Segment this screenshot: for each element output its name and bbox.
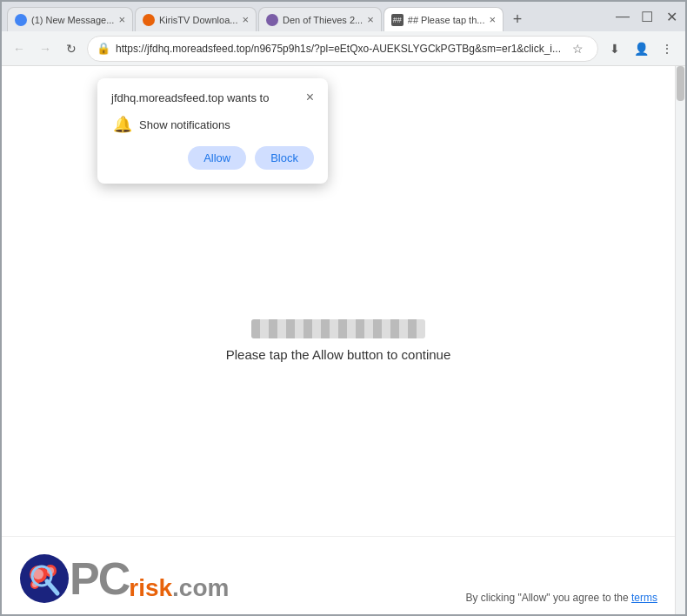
- tab-3-close[interactable]: ×: [367, 13, 374, 26]
- nav-bar: ← → ↻ 🔒 https://jfdhq.moreadsfeed.top/n9…: [2, 31, 685, 66]
- tab-1-close[interactable]: ×: [118, 13, 125, 26]
- tab-1-favicon: [15, 14, 27, 26]
- allow-button[interactable]: Allow: [188, 146, 246, 170]
- popup-title: jfdhq.moreadsfeed.top wants to: [111, 91, 269, 104]
- forward-button[interactable]: →: [35, 37, 56, 61]
- block-button[interactable]: Block: [255, 146, 314, 170]
- tab-4-title: ## Please tap th...: [408, 15, 485, 25]
- notification-popup: jfdhq.moreadsfeed.top wants to × 🔔 Show …: [97, 78, 328, 184]
- footer-terms: By clicking "Allow" you agree to the ter…: [465, 592, 657, 604]
- logo-risk-text: risk: [129, 576, 172, 600]
- address-text: https://jfdhq.moreadsfeed.top/n9675p9h1s…: [116, 43, 561, 55]
- scrollbar-thumb[interactable]: [677, 66, 684, 101]
- title-bar: (1) New Message... × KirisTV Downloa... …: [2, 2, 685, 31]
- maximize-button[interactable]: ☐: [638, 9, 656, 25]
- secure-icon: 🔒: [97, 42, 110, 55]
- tab-2-favicon: [143, 14, 155, 26]
- popup-actions: Allow Block: [111, 146, 314, 170]
- tab-4-close[interactable]: ×: [489, 13, 496, 26]
- popup-header: jfdhq.moreadsfeed.top wants to ×: [111, 90, 314, 104]
- popup-body-text: Show notifications: [139, 118, 230, 131]
- tab-1[interactable]: (1) New Message... ×: [7, 7, 133, 31]
- account-button[interactable]: 👤: [630, 37, 652, 60]
- logo-com-text: .com: [172, 576, 229, 600]
- tab-4[interactable]: ## ## Please tap th... ×: [384, 7, 504, 31]
- page-content: jfdhq.moreadsfeed.top wants to × 🔔 Show …: [2, 66, 685, 614]
- browser-frame: (1) New Message... × KirisTV Downloa... …: [0, 0, 687, 616]
- address-actions: ☆: [566, 37, 589, 60]
- pcrisk-logo-icon: [19, 553, 70, 604]
- footer-terms-link[interactable]: terms: [631, 592, 657, 604]
- tab-2-close[interactable]: ×: [242, 13, 249, 26]
- logo-c-letter: C: [98, 553, 130, 604]
- footer-terms-text: By clicking "Allow" you agree to the: [465, 592, 628, 604]
- new-tab-button[interactable]: +: [505, 7, 530, 31]
- popup-close-button[interactable]: ×: [306, 90, 314, 104]
- bookmark-button[interactable]: ☆: [566, 37, 589, 60]
- logo-pc-text: PC: [70, 556, 129, 601]
- logo-area: PC risk .com: [19, 553, 229, 604]
- close-button[interactable]: ✕: [663, 9, 680, 25]
- tab-1-title: (1) New Message...: [31, 15, 114, 25]
- menu-button[interactable]: ⋮: [656, 37, 678, 60]
- tab-4-favicon: ##: [391, 14, 404, 26]
- page-footer: PC risk .com By clicking "Allow" you agr…: [2, 536, 675, 614]
- tab-2[interactable]: KirisTV Downloa... ×: [135, 7, 257, 31]
- tab-3-favicon: [266, 14, 278, 26]
- tab-2-title: KirisTV Downloa...: [159, 15, 237, 25]
- reload-button[interactable]: ↻: [61, 37, 82, 61]
- logo-p-letter: P: [70, 553, 98, 604]
- address-bar[interactable]: 🔒 https://jfdhq.moreadsfeed.top/n9675p9h…: [87, 36, 598, 62]
- main-page-text: Please tap the Allow button to continue: [226, 347, 451, 362]
- tab-3[interactable]: Den of Thieves 2... ×: [258, 7, 382, 31]
- download-button[interactable]: ⬇: [604, 37, 626, 60]
- window-controls: — ☐ ✕: [614, 9, 680, 25]
- scrollbar[interactable]: [675, 66, 685, 614]
- progress-bar: [251, 319, 425, 338]
- back-button[interactable]: ←: [9, 37, 30, 61]
- tab-3-title: Den of Thieves 2...: [283, 15, 363, 25]
- popup-body: 🔔 Show notifications: [111, 115, 314, 134]
- nav-right-buttons: ⬇ 👤 ⋮: [604, 37, 678, 60]
- bell-icon: 🔔: [113, 115, 132, 134]
- minimize-button[interactable]: —: [614, 9, 631, 24]
- tab-bar: (1) New Message... × KirisTV Downloa... …: [7, 2, 605, 31]
